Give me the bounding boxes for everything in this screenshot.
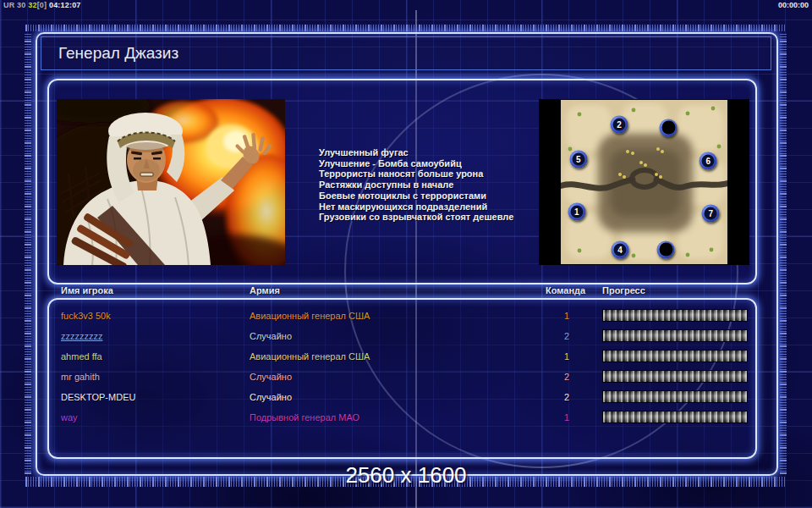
player-team: 1 [546, 311, 588, 321]
player-name: fuck3v3 50k [61, 311, 111, 321]
gentool-fps: 32 [28, 1, 36, 9]
player-team: 2 [546, 331, 588, 341]
ruler-left [25, 32, 31, 474]
spawn-marker: 6 [700, 152, 717, 169]
resolution-label: 2560 x 1600 [0, 462, 812, 489]
ruler-right [780, 32, 787, 474]
player-row: mr gahith Случайно 2 [47, 369, 755, 388]
player-army: Случайно [250, 372, 292, 382]
gentool-session: UR 30 [3, 1, 28, 9]
player-row: DESKTOP-MDEU Случайно 2 [47, 389, 755, 408]
feature-line: Грузовики со взрывчаткой стоят дешевле [319, 212, 513, 223]
map-image: 256174 [561, 100, 727, 264]
spawn-marker: 1 [568, 202, 585, 220]
player-army: Авиационный генерал США [250, 311, 370, 321]
player-team: 1 [546, 351, 588, 362]
player-row: way Подрывной генерал МАО 1 [47, 410, 755, 428]
feature-line: Улучшенный фугас [319, 147, 513, 158]
general-portrait [57, 99, 285, 265]
general-portrait-image [57, 99, 285, 265]
player-army: Авиационный генерал США [250, 351, 370, 362]
player-name: mr gahith [61, 372, 100, 382]
spawn-marker: 2 [610, 116, 628, 134]
player-army: Подрывной генерал МАО [250, 412, 359, 422]
spawn-marker: 5 [569, 150, 587, 168]
column-header-player-name: Имя игрока [61, 285, 113, 295]
title-bar: Генерал Джазиз [41, 36, 771, 70]
progress-bar [602, 370, 748, 383]
player-army: Случайно [250, 331, 292, 341]
ruler-top [25, 25, 787, 31]
player-team: 2 [546, 372, 588, 382]
feature-line: Улучшение - Бомба самоубийц [319, 158, 513, 169]
map-preview: 256174 [539, 99, 749, 265]
match-timer: 00:00:00 [778, 1, 809, 9]
progress-bar [602, 350, 748, 362]
features-list: Улучшенный фугас Улучшение - Бомба самоу… [319, 147, 513, 223]
feature-line: Боевые мотоциклы с террористами [319, 190, 513, 202]
progress-bar [602, 329, 748, 342]
spawn-marker [657, 240, 675, 258]
spawn-markers: 256174 [561, 100, 727, 264]
player-army: Случайно [250, 392, 292, 402]
loading-screen: UR 30 32[0] 04:12:07 00:00:00 Генерал Дж… [0, 0, 812, 508]
gentool-overlay: UR 30 32[0] 04:12:07 [3, 1, 81, 9]
feature-line: Нет маскирующихся подразделений [319, 202, 513, 213]
column-header-progress: Прогресс [602, 285, 645, 295]
progress-bar [602, 309, 748, 322]
feature-line: Растяжки доступны в начале [319, 179, 513, 190]
progress-bar [602, 411, 748, 423]
progress-bar [602, 390, 748, 403]
spawn-marker: 4 [611, 240, 628, 258]
general-panel: Улучшенный фугас Улучшение - Бомба самоу… [47, 79, 757, 284]
player-name: ahmed ffa [61, 351, 102, 362]
player-row: zzzzzzzzz Случайно 2 [47, 329, 755, 347]
player-team: 1 [546, 412, 588, 422]
gentool-uptime: 04:12:07 [49, 1, 81, 9]
spawn-marker [660, 119, 678, 136]
column-header-team: Команда [546, 285, 585, 295]
player-name: DESKTOP-MDEU [61, 392, 135, 402]
player-row: fuck3v3 50k Авиационный генерал США 1 [47, 308, 755, 327]
player-row: ahmed ffa Авиационный генерал США 1 [47, 349, 755, 367]
player-team: 2 [546, 392, 588, 402]
page-title: Генерал Джазиз [58, 44, 178, 63]
spawn-marker: 7 [702, 204, 720, 222]
player-name: way [61, 412, 78, 422]
player-name: zzzzzzzzz [61, 331, 103, 341]
feature-line: Террористы наносят больше урона [319, 168, 513, 179]
column-header-army: Армия [250, 285, 280, 295]
gentool-counter: [0] [37, 1, 49, 9]
